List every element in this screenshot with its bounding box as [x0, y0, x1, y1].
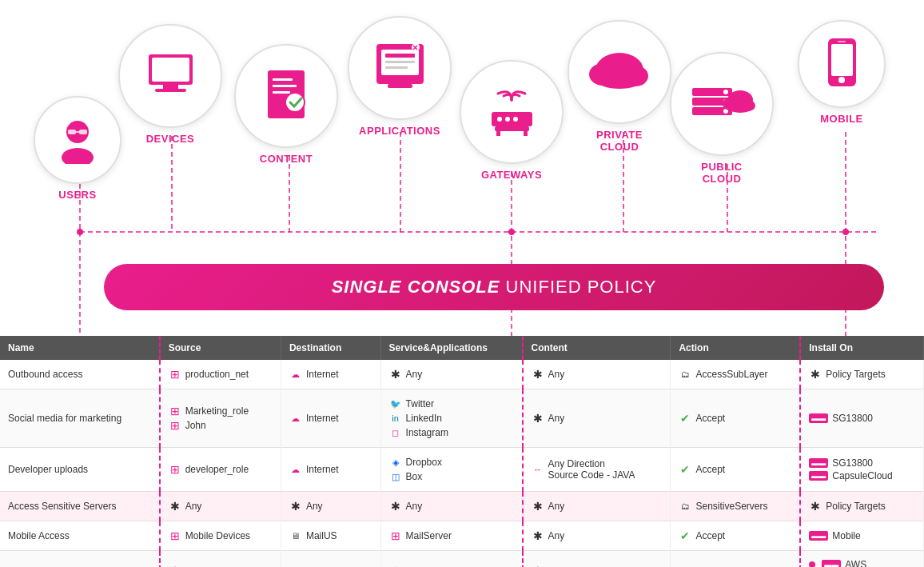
cell-action: ✔ Accept	[671, 551, 800, 568]
source-icon: ✱	[169, 500, 181, 513]
public-cloud-icon-group: PUBLICCLOUD	[670, 52, 774, 185]
svg-rect-28	[385, 54, 415, 58]
install-icon: ✱	[809, 500, 822, 513]
source-text: Any	[185, 501, 202, 512]
linkedin-icon: in	[389, 412, 402, 425]
cell-content: ✱ Any	[523, 492, 671, 521]
content-icon: ✱	[532, 500, 544, 513]
action-icon: ✔	[679, 412, 691, 425]
cell-service: 🐦 Twitter in LinkedIn ◻ Instagram	[380, 389, 522, 448]
dropbox-icon: ◈	[389, 456, 402, 469]
cell-name: Social media for marketing	[0, 389, 160, 448]
devices-icon-group: DEVICES	[118, 24, 222, 145]
svg-rect-41	[524, 131, 528, 136]
console-bold-text: SINGLE CONSOLE	[332, 277, 500, 297]
action-text: Accept	[695, 530, 725, 541]
svg-point-38	[513, 117, 518, 122]
svg-rect-23	[273, 85, 297, 87]
svg-point-25	[285, 93, 305, 112]
cell-install: ▬▬ SG13800	[800, 389, 923, 448]
dest-text: MailUS	[306, 530, 337, 541]
cell-service: ✱ Any	[380, 492, 522, 521]
cell-dest: ✱ Any	[281, 492, 380, 521]
source-icon2: ⊞	[169, 419, 181, 432]
cell-service: ⊞ MailServer	[380, 521, 522, 551]
service-text: Dropbox	[406, 457, 442, 468]
cell-dest: ☁ Internet	[281, 389, 380, 448]
service-text2: Box	[406, 471, 423, 482]
service-text: Any	[406, 369, 423, 380]
install-text2: CapsuleCloud	[832, 470, 892, 481]
cell-action: 🗂 AccessSubLayer	[671, 360, 800, 389]
applications-icon-group: APPLICATIONS	[348, 16, 452, 137]
install-text: SG13800	[832, 413, 873, 424]
service-text: Any	[406, 501, 423, 512]
mobile-label: MOBILE	[820, 113, 863, 125]
service-icon: ⊞	[389, 529, 402, 542]
col-name: Name	[0, 336, 160, 360]
mobile-icon	[798, 20, 886, 108]
policy-table: Name Source Destination Service&Applicat…	[0, 336, 924, 567]
dest-text: Any	[306, 501, 323, 512]
console-banner: SINGLE CONSOLE UNIFIED POLICY	[104, 264, 884, 310]
cell-name: Outbound access	[0, 360, 160, 389]
service-text: MailServer	[406, 530, 452, 541]
install-text: Policy Targets	[826, 369, 885, 380]
content-icon-group: CONTENT	[234, 44, 338, 165]
cell-action: ✔ Accept	[671, 389, 800, 448]
dest-icon: ☁	[289, 463, 302, 476]
source-icon: ⊞	[169, 463, 181, 476]
cell-content: ✱ Any	[523, 360, 671, 389]
svg-point-9	[77, 229, 83, 235]
source-icon: ⊞	[169, 405, 181, 417]
svg-rect-30	[385, 66, 408, 69]
svg-point-13	[62, 148, 94, 164]
cell-action: 🗂 SensitiveServers	[671, 492, 800, 521]
svg-rect-19	[163, 85, 178, 89]
cell-name: Access to Web Server	[0, 551, 160, 568]
action-text: SensitiveServers	[695, 501, 767, 512]
source-text2: John	[185, 420, 206, 431]
action-text: AccessSubLayer	[695, 369, 767, 380]
source-icon: ⊞	[169, 368, 181, 381]
private-cloud-icon-group: PRIVATECLOUD	[568, 20, 671, 153]
install-icon2: ▬▬	[809, 471, 828, 481]
svg-rect-57	[831, 44, 853, 76]
install-icon: ▬▬	[809, 458, 828, 468]
source-text: production_net	[185, 369, 249, 380]
source-icon: ⊞	[169, 529, 181, 542]
cell-dest: ☁ Internet	[281, 448, 380, 492]
policy-table-section: Name Source Destination Service&Applicat…	[0, 336, 924, 567]
private-cloud-icon	[568, 20, 671, 124]
svg-rect-59	[838, 41, 846, 42]
cell-content: ↔ Any DirectionSource Code - JAVA	[523, 448, 671, 492]
col-source: Source	[160, 336, 281, 360]
cell-source: ⊞ production_net	[160, 360, 281, 389]
box-icon: ◫	[389, 470, 402, 483]
svg-point-45	[597, 73, 642, 89]
install-icon: ▬▬	[822, 560, 841, 567]
service-text2: LinkedIn	[406, 413, 442, 424]
content-label: CONTENT	[260, 153, 313, 165]
source-text: developer_role	[185, 464, 249, 475]
table-row: Outbound access ⊞ production_net ☁ Inter…	[0, 360, 924, 389]
table-row: Access to Web Server ✱ Any 🖥 WebServer	[0, 551, 924, 568]
instagram-icon: ◻	[389, 426, 402, 439]
dest-icon: 🖥	[289, 529, 302, 542]
table-row: Mobile Access ⊞ Mobile Devices 🖥 MailUS	[0, 521, 924, 551]
svg-rect-22	[273, 78, 293, 81]
gateways-icon	[460, 60, 564, 164]
gateways-label: GATEWAYS	[481, 169, 542, 181]
col-action: Action	[671, 336, 800, 360]
dest-icon: ☁	[289, 412, 302, 425]
svg-point-11	[842, 229, 849, 235]
svg-point-49	[723, 90, 728, 94]
public-cloud-label: PUBLICCLOUD	[701, 161, 742, 185]
cell-source: ⊞ Marketing_role ⊞ John	[160, 389, 281, 448]
dest-icon: ✱	[289, 500, 302, 513]
cell-action: ✔ Accept	[671, 521, 800, 551]
console-banner-text: SINGLE CONSOLE UNIFIED POLICY	[332, 277, 657, 297]
svg-point-55	[729, 105, 751, 113]
col-content: Content	[523, 336, 671, 360]
svg-point-58	[838, 77, 845, 83]
